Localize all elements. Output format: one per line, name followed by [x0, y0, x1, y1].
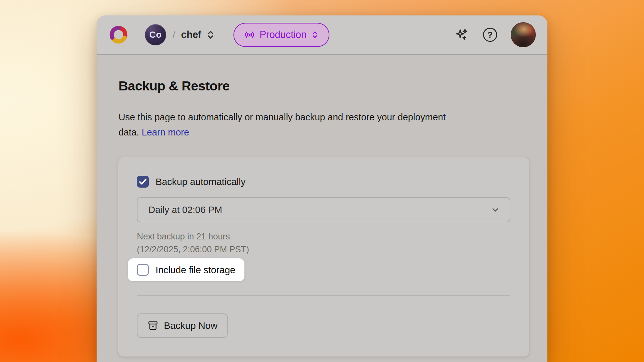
caret-sort-icon: [206, 29, 215, 40]
project-name: chef: [181, 29, 201, 41]
include-file-storage-highlight: Include file storage: [128, 258, 244, 281]
chef-logo-icon[interactable]: [108, 24, 129, 45]
breadcrumb-separator: /: [173, 29, 175, 40]
backup-settings-card: Backup automatically Daily at 02:06 PM N…: [118, 157, 529, 357]
backup-now-button[interactable]: Backup Now: [137, 313, 228, 338]
next-backup-line2: (12/2/2025, 2:06:00 PM PST): [137, 245, 249, 254]
backup-automatically-checkbox[interactable]: [137, 176, 149, 188]
environment-selector[interactable]: Production: [233, 23, 329, 47]
next-backup-info: Next backup in 21 hours (12/2/2025, 2:06…: [137, 230, 510, 256]
ai-assistant-button[interactable]: [454, 27, 469, 42]
sparkles-icon: [454, 27, 469, 42]
project-switcher[interactable]: chef: [181, 29, 215, 41]
backup-schedule-value: Daily at 02:06 PM: [148, 205, 222, 215]
card-divider: [137, 295, 510, 296]
user-avatar[interactable]: [511, 22, 536, 47]
chevron-down-icon: [490, 204, 501, 215]
next-backup-line1: Next backup in 21 hours: [137, 232, 230, 241]
caret-sort-icon: [311, 30, 319, 40]
page-description: Use this page to automatically or manual…: [118, 110, 529, 140]
backup-now-label: Backup Now: [164, 320, 217, 331]
include-file-storage-label: Include file storage: [156, 265, 235, 275]
environment-label: Production: [260, 29, 307, 41]
learn-more-link[interactable]: Learn more: [142, 127, 189, 137]
help-button[interactable]: ?: [483, 28, 497, 42]
include-file-storage-checkbox[interactable]: [137, 264, 149, 276]
broadcast-icon: [244, 29, 255, 41]
backup-automatically-row[interactable]: Backup automatically: [137, 176, 245, 188]
app-header: Co / chef Production: [97, 15, 547, 55]
page-title: Backup & Restore: [118, 79, 529, 94]
include-file-storage-row[interactable]: Include file storage: [137, 264, 235, 276]
backup-automatically-label: Backup automatically: [156, 176, 245, 187]
header-actions: ?: [454, 22, 536, 47]
team-avatar[interactable]: Co: [145, 24, 166, 45]
archive-box-icon: [147, 320, 159, 331]
description-line2: data.: [118, 127, 139, 137]
backup-restore-page: Backup & Restore Use this page to automa…: [97, 79, 547, 357]
backup-schedule-select[interactable]: Daily at 02:06 PM: [137, 197, 510, 222]
app-window: Co / chef Production: [97, 15, 547, 362]
description-line1: Use this page to automatically or manual…: [118, 112, 446, 122]
help-icon: ?: [483, 28, 497, 42]
